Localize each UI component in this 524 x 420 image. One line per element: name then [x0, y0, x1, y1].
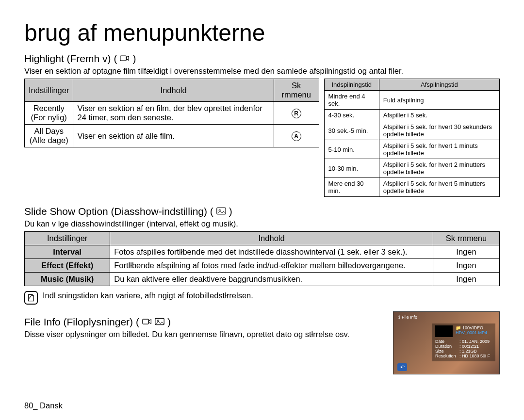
- fileinfo-box-title: File Info: [402, 315, 417, 320]
- info-icon: ℹ: [398, 315, 400, 320]
- back-button[interactable]: ↶: [397, 363, 407, 371]
- svg-point-2: [219, 210, 220, 211]
- photo-icon: [216, 206, 226, 217]
- highlight-th-3: Sk rmmenu: [274, 79, 319, 102]
- svg-rect-1: [217, 208, 226, 214]
- highlight-table: Indstillinger Indhold Sk rmmenu Recently…: [24, 79, 319, 147]
- highlight-desc: Viser en sektion af optagne film tilfæld…: [24, 66, 500, 76]
- slideshow-heading: Slide Show Option (Diasshow-indstilling)…: [24, 206, 500, 217]
- fileinfo-res-label: Resolution: [435, 354, 458, 358]
- timing-r1-rec: 4-30 sek.: [324, 110, 379, 121]
- timing-th-1: Indspilningstid: [324, 79, 379, 91]
- slideshow-row2-desc: Fortlłbende afspilning af fotos med fade…: [110, 259, 433, 273]
- timing-r0-rec: Mindre end 4 sek.: [324, 91, 379, 110]
- svg-rect-0: [120, 56, 127, 61]
- timing-th-2: Afspilningstid: [379, 79, 499, 91]
- slideshow-row3-menu: Ingen: [433, 273, 499, 286]
- page-title: brug af menupunkterne: [24, 19, 500, 46]
- highlight-row1-icon-cell: R: [274, 102, 319, 125]
- fileinfo-dur: : 00:12:21: [459, 344, 479, 349]
- fileinfo-heading: File Info (Filoplysninger) ( ): [24, 316, 383, 328]
- timing-r1-play: Afspiller i 5 sek.: [379, 110, 499, 121]
- fileinfo-preview-header: ℹ File Info: [398, 315, 417, 320]
- fileinfo-thumb: [435, 325, 453, 337]
- slideshow-row1-desc: Fotos afspilles fortlłbende med det inds…: [110, 245, 433, 259]
- timing-r2-rec: 30 sek.-5 min.: [324, 121, 379, 140]
- fileinfo-date-label: Date: [435, 339, 458, 344]
- timing-r4-rec: 10-30 min.: [324, 159, 379, 178]
- page-footer: 80_ Dansk: [24, 401, 63, 410]
- slideshow-row3-opt: Music (Musik): [25, 273, 110, 286]
- slideshow-note: Indl sningstiden kan variere, afh ngigt …: [24, 291, 500, 305]
- highlight-th-2: Indhold: [73, 79, 274, 102]
- svg-point-5: [157, 320, 159, 322]
- slideshow-row1-menu: Ingen: [433, 245, 499, 259]
- slideshow-note-text: Indl sningstiden kan variere, afh ngigt …: [43, 291, 253, 300]
- slideshow-th-3: Sk rmmenu: [433, 232, 499, 245]
- slideshow-table: Indstillinger Indhold Sk rmmenu Interval…: [24, 231, 500, 286]
- fileinfo-folder: 100VIDEO: [456, 325, 487, 330]
- fileinfo-res: : HD 1080 50i F: [459, 354, 490, 358]
- timing-r3-play: Afspiller i 5 sek. for hvert 1 minuts op…: [379, 140, 499, 159]
- fileinfo-heading-close: ): [167, 316, 171, 328]
- photo-icon: [155, 316, 164, 328]
- slideshow-heading-text: Slide Show Option (Diasshow-indstilling)…: [24, 206, 213, 217]
- highlight-row2-desc: Viser en sektion af alle film.: [73, 125, 274, 147]
- highlight-recent-icon: R: [292, 109, 301, 118]
- svg-rect-4: [155, 318, 164, 324]
- fileinfo-file: HDV_0001.MP4: [456, 330, 487, 335]
- fileinfo-preview: ℹ File Info 100VIDEO HDV_0001.MP4 Date: …: [393, 311, 500, 374]
- highlight-row1-opt: Recently (For nylig): [25, 102, 73, 125]
- fileinfo-date: : 01. JAN. 2009: [459, 339, 490, 344]
- timing-r3-rec: 5-10 min.: [324, 140, 379, 159]
- slideshow-th-2: Indhold: [110, 232, 433, 245]
- timing-r4-play: Afspiller i 5 sek. for hvert 2 minutters…: [379, 159, 499, 178]
- slideshow-row2-menu: Ingen: [433, 259, 499, 273]
- fileinfo-size: : 1.21GB: [459, 349, 477, 354]
- slideshow-desc: Du kan v lge diasshowindstillinger (inte…: [24, 219, 500, 228]
- highlight-heading: Highlight (Fremh v) ( ): [24, 53, 500, 65]
- highlight-th-1: Indstillinger: [25, 79, 73, 102]
- video-icon: [142, 316, 152, 328]
- slideshow-row2-opt: Effect (Effekt): [25, 259, 110, 273]
- video-icon: [120, 53, 130, 65]
- highlight-heading-text: Highlight (Fremh v) (: [24, 53, 117, 65]
- fileinfo-heading-text: File Info (Filoplysninger) (: [24, 316, 139, 328]
- slideshow-heading-close: ): [229, 206, 232, 217]
- highlight-row2-icon-cell: A: [274, 125, 319, 147]
- fileinfo-desc: Disse viser oplysninger om billedet. Du …: [24, 330, 383, 339]
- timing-r5-play: Afspiller i 5 sek. for hvert 5 minutters…: [379, 178, 499, 197]
- timing-table: Indspilningstid Afspilningstid Mindre en…: [324, 79, 500, 197]
- highlight-row2-opt: All Days (Alle dage): [25, 125, 73, 147]
- fileinfo-size-label: Size: [435, 349, 458, 354]
- note-icon: [24, 291, 38, 305]
- highlight-alldays-icon: A: [292, 131, 301, 141]
- highlight-row1-desc: Viser en sektion af en film, der blev op…: [73, 102, 274, 125]
- fileinfo-dur-label: Duration: [435, 344, 458, 349]
- slideshow-th-1: Indstillinger: [25, 232, 110, 245]
- fileinfo-panel: 100VIDEO HDV_0001.MP4 Date: 01. JAN. 200…: [432, 323, 495, 361]
- timing-r2-play: Afspiller i 5 sek. for hvert 30 sekunder…: [379, 121, 499, 140]
- slideshow-row3-desc: Du kan aktivere eller deaktivere baggrun…: [110, 273, 433, 286]
- slideshow-row1-opt: Interval: [25, 245, 110, 259]
- timing-r5-rec: Mere end 30 min.: [324, 178, 379, 197]
- timing-r0-play: Fuld afspilning: [379, 91, 499, 110]
- svg-rect-3: [143, 319, 149, 324]
- highlight-heading-close: ): [132, 53, 136, 65]
